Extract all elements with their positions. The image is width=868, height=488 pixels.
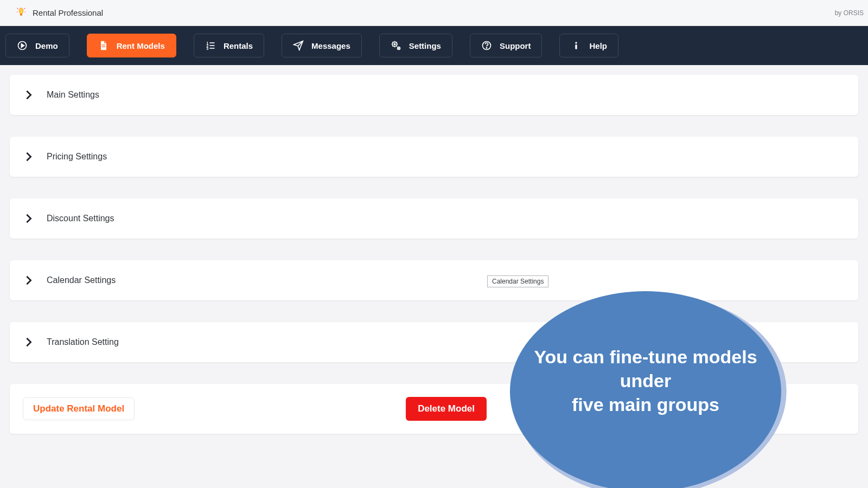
send-icon [293,40,304,51]
nav-label: Settings [409,41,441,50]
chevron-right-icon [23,151,35,163]
nav-help[interactable]: Help [559,34,618,57]
panel-title: Main Settings [47,90,99,100]
panel-title: Translation Setting [47,337,119,347]
chevron-right-icon [23,336,35,348]
callout-bubble: You can fine-tune models underfive main … [510,291,781,488]
update-rental-model-button[interactable]: Update Rental Model [23,397,135,420]
app-title-wrap: Rental Professional [15,7,103,19]
nav-support[interactable]: Support [470,34,542,57]
vendor-label: by ORSIS [835,9,864,17]
main-nav: Demo Rent Models 123 Rentals Messages Se… [0,26,868,65]
app-logo-icon [15,7,27,19]
delete-model-button[interactable]: Delete Model [406,397,487,421]
panel-calendar-settings[interactable]: Calendar Settings [10,260,858,300]
gear-icon [391,40,401,51]
svg-rect-18 [576,44,577,49]
list-icon: 123 [205,40,216,51]
nav-messages[interactable]: Messages [282,34,362,57]
panel-main-settings[interactable]: Main Settings [10,75,858,115]
nav-label: Support [500,41,531,50]
chevron-right-icon [23,274,35,286]
panel-pricing-settings[interactable]: Pricing Settings [10,137,858,177]
nav-rentals[interactable]: 123 Rentals [194,34,264,57]
svg-point-12 [394,43,395,45]
svg-rect-2 [101,44,105,45]
tooltip-calendar-settings: Calendar Settings [487,275,548,287]
nav-rent-models[interactable]: Rent Models [87,34,176,57]
nav-label: Help [589,41,607,50]
panel-title: Discount Settings [47,214,114,223]
panel-title: Calendar Settings [47,275,116,285]
document-icon [98,40,109,51]
app-header: Rental Professional by ORSIS [0,0,868,26]
nav-label: Demo [35,41,58,50]
nav-label: Rentals [224,41,253,50]
nav-settings[interactable]: Settings [379,34,452,57]
svg-point-17 [576,42,577,43]
info-icon [571,40,582,51]
play-icon [17,40,28,51]
svg-rect-0 [20,14,22,15]
callout-text: You can fine-tune models underfive main … [532,345,760,417]
svg-point-16 [486,48,487,48]
chevron-right-icon [23,89,35,101]
nav-label: Messages [311,41,350,50]
svg-rect-3 [101,47,105,47]
chevron-right-icon [23,213,35,224]
nav-demo[interactable]: Demo [5,34,69,57]
panel-discount-settings[interactable]: Discount Settings [10,198,858,239]
nav-label: Rent Models [117,41,165,50]
app-title: Rental Professional [33,8,103,17]
help-circle-icon [481,40,492,51]
panel-title: Pricing Settings [47,152,107,162]
svg-point-14 [398,48,399,48]
svg-text:3: 3 [206,47,208,50]
